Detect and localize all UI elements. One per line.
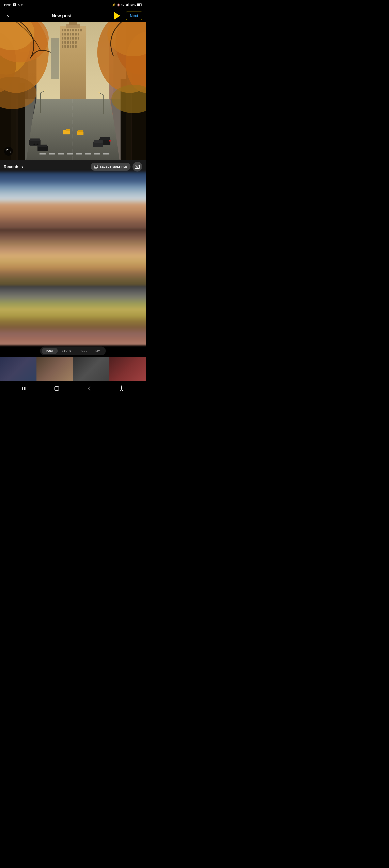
svg-rect-37	[67, 41, 69, 43]
recents-label-text: Recents	[4, 164, 20, 169]
recent-apps-button[interactable]	[20, 383, 29, 393]
post-type-bar: POST STORY REEL LIV	[0, 344, 146, 357]
svg-rect-6	[137, 4, 140, 6]
status-left: 11:36 🖼 𝕏 𝔑	[4, 3, 23, 7]
recents-actions: SELECT MULTIPLE	[91, 162, 142, 172]
svg-rect-19	[77, 29, 79, 31]
svg-rect-46	[75, 45, 76, 48]
svg-point-131	[137, 167, 138, 167]
svg-rect-39	[72, 41, 74, 43]
nyt-status-icon: 𝔑	[21, 3, 23, 6]
svg-rect-44	[70, 45, 71, 48]
svg-rect-30	[67, 37, 69, 39]
svg-rect-111	[66, 129, 70, 131]
svg-rect-20	[80, 29, 82, 31]
svg-rect-48	[69, 22, 77, 25]
select-multiple-label: SELECT MULTIPLE	[100, 165, 127, 168]
select-multiple-button[interactable]: SELECT MULTIPLE	[91, 163, 130, 171]
x-status-icon: 𝕏	[18, 3, 20, 6]
nav-bar: × New post Next	[0, 10, 146, 22]
svg-rect-122	[58, 153, 64, 155]
svg-rect-21	[62, 33, 63, 35]
tab-post[interactable]: POST	[42, 348, 58, 354]
tab-story[interactable]: STORY	[58, 348, 75, 354]
gallery-row-2[interactable]	[0, 229, 146, 288]
back-icon	[87, 385, 91, 391]
svg-rect-1	[126, 4, 127, 6]
arrow-indicator	[111, 10, 123, 22]
nav-right-area: Next	[111, 10, 142, 22]
crop-button[interactable]	[4, 147, 13, 156]
signal-bars-icon	[126, 3, 129, 6]
svg-rect-124	[76, 153, 82, 155]
svg-rect-5	[142, 4, 142, 5]
svg-rect-24	[70, 33, 71, 35]
svg-rect-25	[72, 33, 74, 35]
svg-rect-129	[95, 165, 98, 168]
svg-rect-125	[85, 153, 91, 155]
status-right: 🔑 🔇 4G 68%	[112, 3, 142, 6]
gallery-thumb-4[interactable]	[109, 357, 146, 381]
svg-line-138	[120, 389, 122, 391]
city-scene-svg: SHOP	[0, 22, 146, 160]
svg-rect-26	[75, 33, 76, 35]
status-time: 11:36	[4, 3, 11, 7]
page-title: New post	[12, 13, 111, 19]
svg-rect-42	[64, 45, 66, 48]
accessibility-icon	[119, 385, 124, 392]
chevron-down-icon: ∨	[21, 165, 24, 169]
svg-rect-135	[55, 386, 59, 391]
yellow-arrow-icon	[114, 12, 120, 20]
recents-bar: Recents ∨ SELECT MULTIPLE	[0, 160, 146, 174]
svg-rect-31	[70, 37, 71, 39]
svg-rect-103	[38, 145, 47, 147]
gallery-row-1[interactable]	[0, 172, 146, 232]
svg-rect-100	[33, 144, 35, 145]
tab-live[interactable]: LIV	[91, 348, 104, 354]
svg-rect-109	[94, 140, 103, 143]
gallery-thumb-2[interactable]	[36, 357, 73, 381]
svg-rect-127	[103, 153, 109, 155]
home-button[interactable]	[52, 383, 62, 393]
gallery-thumb-3[interactable]	[73, 357, 109, 381]
crop-icon-svg	[6, 149, 11, 154]
svg-rect-2	[127, 4, 128, 6]
network-icon: 4G	[121, 3, 124, 6]
recent-apps-icon	[22, 386, 27, 391]
svg-point-119	[98, 92, 100, 93]
svg-rect-27	[77, 33, 79, 35]
svg-rect-133	[24, 386, 25, 390]
svg-rect-40	[75, 41, 76, 43]
select-multiple-icon	[94, 165, 98, 169]
tab-reel[interactable]: REEL	[75, 348, 91, 354]
close-button[interactable]: ×	[4, 12, 12, 20]
recents-dropdown[interactable]: Recents ∨	[4, 164, 24, 169]
svg-rect-17	[72, 29, 74, 31]
svg-rect-134	[26, 386, 26, 390]
back-button[interactable]	[84, 383, 94, 393]
battery-level: 68%	[130, 3, 136, 6]
gallery-area	[0, 174, 146, 344]
key-icon: 🔑	[112, 3, 116, 6]
svg-point-136	[121, 385, 122, 387]
svg-rect-41	[62, 45, 63, 48]
main-preview-image: SHOP	[0, 22, 146, 160]
svg-rect-18	[75, 29, 76, 31]
svg-rect-3	[128, 3, 129, 6]
svg-rect-33	[75, 37, 76, 39]
status-bar: 11:36 🖼 𝕏 𝔑 🔑 🔇 4G 68%	[0, 0, 146, 10]
svg-rect-29	[64, 37, 66, 39]
svg-rect-23	[67, 33, 69, 35]
svg-rect-123	[67, 153, 73, 155]
home-icon	[54, 385, 60, 391]
svg-rect-14	[64, 29, 66, 31]
accessibility-button[interactable]	[117, 383, 126, 393]
gallery-row-3[interactable]	[0, 286, 146, 345]
gallery-thumb-1[interactable]	[0, 357, 36, 381]
svg-rect-15	[67, 29, 69, 31]
svg-rect-106	[109, 140, 110, 142]
camera-button[interactable]	[132, 162, 142, 172]
svg-rect-113	[77, 130, 83, 132]
next-button[interactable]: Next	[126, 11, 142, 20]
svg-rect-126	[94, 153, 100, 155]
